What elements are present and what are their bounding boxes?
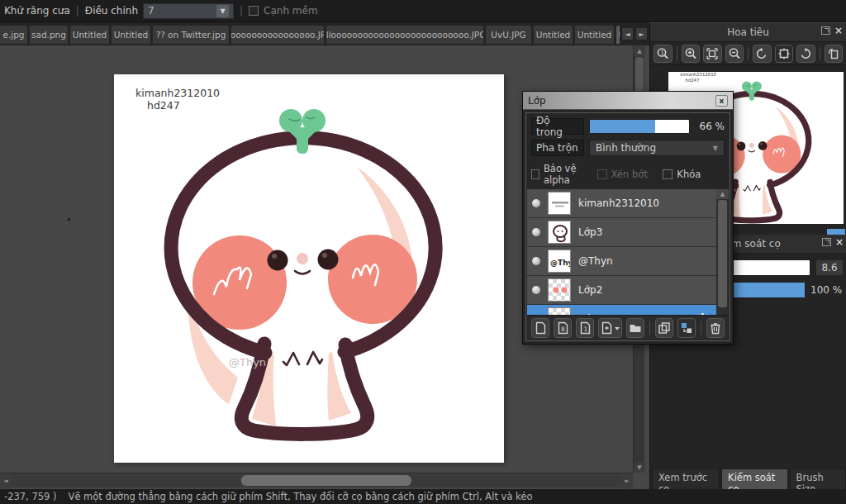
fit-to-window-button[interactable] (703, 45, 722, 63)
layer-visibility-icon[interactable] (532, 228, 540, 236)
document-tab[interactable]: ?? on Twitter.jpg (153, 26, 229, 44)
layers-panel-titlebar[interactable]: Lớp x (523, 92, 733, 110)
status-bar: -237, 759 ) Vẽ một đường thẳng bằng cách… (0, 489, 846, 504)
layer-thumbnail: @Thyn (548, 250, 571, 273)
zoom-in-button[interactable] (682, 45, 701, 63)
clipping-option[interactable]: Xén bớt (597, 169, 659, 180)
drawing-canvas[interactable]: kimanh2312010 hd247 @Thyn (114, 74, 504, 463)
document-tab[interactable]: Untitled (575, 26, 614, 44)
artwork-character: kimanh2312010 hd247 @Thyn (114, 74, 504, 463)
blend-mode-dropdown[interactable]: Bình thường ▼ (589, 140, 725, 156)
zoom-actual-size-button[interactable]: 1 (654, 45, 673, 63)
layer-visibility-icon[interactable] (532, 257, 540, 265)
close-icon[interactable]: × (834, 26, 843, 35)
layer-row[interactable]: kimanh2312010 (527, 189, 716, 218)
document-tab[interactable]: Illoooooooooooooooooooooooooo.JPG (326, 26, 483, 44)
paint-app-window: Khử răng cưa | Điều chỉnh 7 ▼ | Cạnh mềm… (0, 0, 846, 504)
scroll-up-icon[interactable]: ▲ (716, 189, 729, 199)
document-tab-active[interactable]: Untitled (616, 26, 620, 44)
layer-visibility-icon[interactable] (532, 199, 540, 207)
layer-scroll-thumb[interactable] (718, 200, 727, 307)
document-tab-bar: e.jpg sad.png Untitled Untitled ?? on Tw… (0, 22, 649, 45)
protect-alpha-option[interactable]: Bảo vệ alpha (531, 163, 593, 186)
document-tab[interactable]: Untitled (534, 26, 573, 44)
adjust-dropdown[interactable]: 7 ▼ (143, 3, 234, 19)
scroll-left-icon[interactable]: ◄ (0, 473, 12, 488)
new-layer-menu-button[interactable] (598, 318, 622, 338)
chevron-down-icon: ▼ (713, 145, 718, 152)
tool-options-bar: Khử răng cưa | Điều chỉnh 7 ▼ | Cạnh mềm (0, 0, 846, 22)
document-tab[interactable]: Illoooooooooooooooo.JPG (231, 26, 324, 44)
document-tab[interactable]: e.jpg (0, 26, 27, 44)
adjust-label: Điều chỉnh (85, 5, 138, 17)
layer-row[interactable]: @Thyn @Thyn (527, 247, 716, 276)
document-tab[interactable]: sad.png (30, 26, 68, 44)
document-tab[interactable]: Untitled (70, 26, 109, 44)
popout-window-icon[interactable] (822, 238, 831, 246)
flip-view-button[interactable] (825, 45, 844, 63)
layer-row[interactable]: Lớp3 (527, 218, 716, 247)
layer-row[interactable]: Lớp2 (527, 276, 716, 305)
scroll-up-icon[interactable]: ▲ (634, 45, 645, 56)
reset-rotation-button[interactable] (775, 45, 794, 63)
svg-text:1: 1 (583, 326, 587, 333)
new-pen-layer-button[interactable]: 8 (554, 318, 572, 338)
layer-list: kimanh2312010 Lớp3 @Thyn @Thyn (527, 189, 716, 334)
layer-thumbnail (548, 192, 571, 215)
new-lineart-layer-button[interactable]: 1 (576, 318, 594, 338)
opacity-label: Độ trong (531, 118, 584, 135)
layer-opacity-slider[interactable] (589, 119, 690, 134)
toolbar-separator: | (240, 5, 243, 17)
status-hint: Vẽ một đường thẳng bằng cách giữ phím Sh… (69, 491, 533, 502)
protect-alpha-checkbox[interactable] (531, 169, 539, 179)
transfer-down-button[interactable] (677, 318, 696, 338)
lock-option[interactable]: Khóa (663, 169, 725, 180)
navigator-toolbar: 1 (650, 42, 846, 65)
antialias-label: Khử răng cưa (4, 5, 70, 17)
cursor-coordinates: -237, 759 ) (4, 491, 57, 502)
layers-panel-window: Lớp x Độ trong 66 % Pha trộn Bình thường… (522, 91, 734, 345)
navigator-panel-title[interactable]: Hoa tiêu × (650, 23, 846, 42)
blend-mode-label: Pha trộn (531, 140, 584, 156)
scroll-down-icon[interactable]: ▼ (634, 462, 645, 473)
layer-list-scrollbar[interactable]: ▲ ▼ (716, 189, 729, 334)
tab-scroll-left-icon[interactable]: ◄ (621, 27, 634, 40)
soft-edge-label: Cạnh mềm (264, 5, 318, 17)
popout-window-icon[interactable] (821, 26, 830, 35)
new-folder-button[interactable] (626, 318, 644, 338)
soft-edge-checkbox[interactable] (249, 6, 259, 16)
zoom-out-button[interactable] (725, 45, 744, 63)
navigator-zoom-slider[interactable] (827, 229, 845, 235)
lock-checkbox[interactable] (663, 169, 673, 179)
layer-visibility-icon[interactable] (532, 286, 540, 294)
clipping-checkbox[interactable] (597, 169, 607, 179)
delete-layer-button[interactable] (706, 318, 725, 338)
rotate-cw-button[interactable] (796, 45, 815, 63)
close-icon[interactable]: × (835, 238, 844, 246)
duplicate-layer-button[interactable] (655, 318, 673, 338)
rotate-ccw-button[interactable] (753, 45, 772, 63)
new-layer-button[interactable] (531, 318, 549, 338)
chevron-down-icon: ▼ (216, 5, 229, 17)
brush-flow-value: 100 % (810, 284, 844, 296)
svg-text:8: 8 (561, 326, 565, 333)
close-icon[interactable]: x (715, 95, 728, 107)
layer-thumbnail (548, 221, 571, 244)
tab-scroll-right-icon[interactable]: ► (635, 27, 648, 40)
layers-toolbar: 8 1 (527, 315, 729, 340)
svg-text:1: 1 (661, 50, 664, 56)
brush-size-value: 8.6 (815, 259, 844, 276)
opacity-value: 66 % (695, 121, 725, 132)
brush-cursor-dot (68, 218, 70, 221)
document-tab[interactable]: Untitled (112, 26, 150, 44)
scroll-right-icon[interactable]: ► (621, 473, 633, 488)
layer-thumbnail (548, 278, 571, 302)
svg-text:@Thyn: @Thyn (550, 259, 571, 267)
toolbar-separator: | (76, 5, 79, 17)
adjust-value: 7 (148, 5, 154, 17)
horizontal-scroll-thumb[interactable] (241, 475, 411, 486)
document-tab[interactable]: UvU.JPG (486, 26, 531, 44)
document-tabs: e.jpg sad.png Untitled Untitled ?? on Tw… (0, 26, 620, 44)
canvas-horizontal-scrollbar[interactable]: ◄ ► (0, 473, 633, 487)
